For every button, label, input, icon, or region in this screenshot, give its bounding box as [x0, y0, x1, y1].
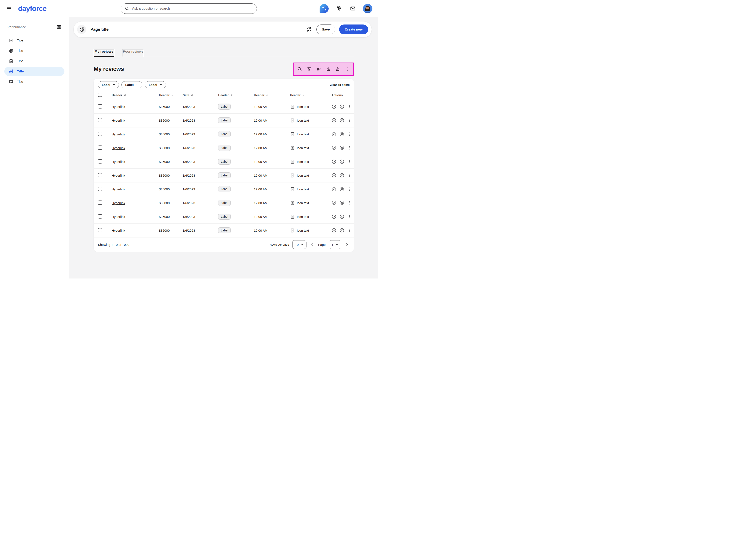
reject-button[interactable]	[339, 118, 345, 123]
download-icon	[326, 67, 331, 71]
row-more-button[interactable]	[347, 228, 352, 233]
search-input[interactable]	[132, 7, 253, 10]
row-hyperlink[interactable]: Hyperlink	[112, 119, 125, 122]
refresh-button[interactable]	[306, 26, 313, 33]
settings-sliders-button[interactable]	[316, 67, 321, 71]
row-more-button[interactable]	[347, 201, 352, 205]
row-checkbox[interactable]	[98, 228, 102, 232]
approve-button[interactable]	[332, 145, 337, 150]
reject-button[interactable]	[339, 104, 345, 109]
row-hyperlink[interactable]: Hyperlink	[112, 160, 125, 164]
people-button[interactable]	[335, 5, 343, 12]
reject-button[interactable]	[339, 131, 345, 137]
approve-button[interactable]	[332, 131, 337, 137]
ai-assistant-button[interactable]: ✶✶	[320, 4, 328, 13]
row-more-button[interactable]	[347, 118, 352, 123]
row-checkbox[interactable]	[98, 159, 102, 164]
filter-dropdown-3[interactable]: Label	[145, 81, 166, 88]
upload-button[interactable]	[335, 67, 340, 71]
table-row: Hyperlink $35000 1/6/2023 Label 12:00 AM…	[94, 210, 354, 224]
row-more-button[interactable]	[347, 159, 352, 164]
filter-dropdown-2[interactable]: Label	[121, 81, 143, 88]
column-header[interactable]: Header	[112, 93, 159, 97]
sidebar-item-4[interactable]: Title	[4, 67, 64, 76]
reject-button[interactable]	[339, 173, 345, 178]
hamburger-menu-button[interactable]	[6, 5, 13, 12]
reject-button[interactable]	[339, 159, 345, 164]
previous-page-button[interactable]	[310, 242, 315, 247]
rows-per-page-select[interactable]: 10	[292, 240, 307, 249]
approve-button[interactable]	[332, 118, 337, 123]
row-hyperlink[interactable]: Hyperlink	[112, 105, 125, 109]
row-hyperlink[interactable]: Hyperlink	[112, 133, 125, 136]
row-hyperlink[interactable]: Hyperlink	[112, 229, 125, 232]
more-options-button[interactable]	[345, 67, 350, 71]
row-more-button[interactable]	[347, 173, 352, 178]
row-more-button[interactable]	[347, 132, 352, 137]
sidebar-item-5[interactable]: Title	[4, 77, 64, 86]
reject-button[interactable]	[339, 200, 345, 205]
row-date: 1/6/2023	[183, 105, 218, 109]
filter-button[interactable]	[307, 67, 312, 71]
search-table-button[interactable]	[297, 67, 302, 71]
column-header[interactable]: Header	[290, 93, 332, 97]
row-icon-text: Icon text	[297, 105, 309, 109]
sidebar-item-label: Title	[17, 80, 23, 84]
sort-arrows-icon	[171, 94, 174, 97]
row-hyperlink[interactable]: Hyperlink	[112, 215, 125, 218]
approve-button[interactable]	[332, 228, 337, 233]
approve-button[interactable]	[332, 104, 337, 109]
column-header[interactable]: Header	[218, 93, 254, 97]
column-header[interactable]: Header	[159, 93, 183, 97]
sliders-icon	[316, 67, 321, 71]
reject-button[interactable]	[339, 186, 345, 192]
row-checkbox[interactable]	[98, 187, 102, 191]
approve-button[interactable]	[332, 200, 337, 205]
avatar[interactable]	[363, 4, 372, 13]
row-more-button[interactable]	[347, 187, 352, 192]
row-checkbox[interactable]	[98, 132, 102, 136]
sidebar-item-1[interactable]: Title	[4, 36, 64, 45]
save-button[interactable]: Save	[316, 25, 335, 34]
select-all-checkbox[interactable]	[98, 93, 102, 97]
clear-all-filters-link[interactable]: Clear all filters	[330, 83, 350, 86]
row-checkbox[interactable]	[98, 173, 102, 177]
download-button[interactable]	[326, 67, 331, 71]
reject-button[interactable]	[339, 145, 345, 150]
tab-peer-reviews[interactable]: Peer reviews	[122, 49, 144, 57]
x-circle-icon	[339, 118, 345, 123]
row-checkbox[interactable]	[98, 214, 102, 218]
approve-button[interactable]	[332, 186, 337, 192]
approve-button[interactable]	[332, 173, 337, 178]
row-more-button[interactable]	[347, 104, 352, 109]
row-checkbox[interactable]	[98, 104, 102, 109]
sidebar-item-3[interactable]: Title	[4, 57, 64, 65]
row-more-button[interactable]	[347, 145, 352, 150]
row-more-button[interactable]	[347, 214, 352, 219]
row-checkbox[interactable]	[98, 201, 102, 205]
row-hyperlink[interactable]: Hyperlink	[112, 146, 125, 150]
filter-dropdown-1[interactable]: Label	[98, 81, 119, 88]
sidebar-item-2[interactable]: Title	[4, 46, 64, 55]
row-time: 12:00 AM	[254, 105, 290, 109]
approve-button[interactable]	[332, 214, 337, 219]
row-hyperlink[interactable]: Hyperlink	[112, 187, 125, 191]
tab-my-reviews[interactable]: My reviews	[94, 49, 114, 57]
mail-button[interactable]	[349, 5, 356, 12]
row-hyperlink[interactable]: Hyperlink	[112, 174, 125, 177]
reject-button[interactable]	[339, 214, 345, 219]
row-checkbox[interactable]	[98, 145, 102, 150]
create-new-button[interactable]: Create new	[339, 25, 368, 34]
row-hyperlink[interactable]: Hyperlink	[112, 201, 125, 205]
column-header[interactable]: Header	[254, 93, 290, 97]
page-label: Page	[318, 243, 325, 246]
next-page-button[interactable]	[345, 242, 350, 247]
page-select[interactable]: 1	[329, 240, 341, 249]
column-header[interactable]: Date	[183, 93, 218, 97]
row-date: 1/6/2023	[183, 229, 218, 232]
reject-button[interactable]	[339, 228, 345, 233]
sidebar-collapse-button[interactable]	[56, 24, 62, 30]
row-checkbox[interactable]	[98, 118, 102, 122]
approve-button[interactable]	[332, 159, 337, 164]
global-search[interactable]	[121, 3, 257, 14]
